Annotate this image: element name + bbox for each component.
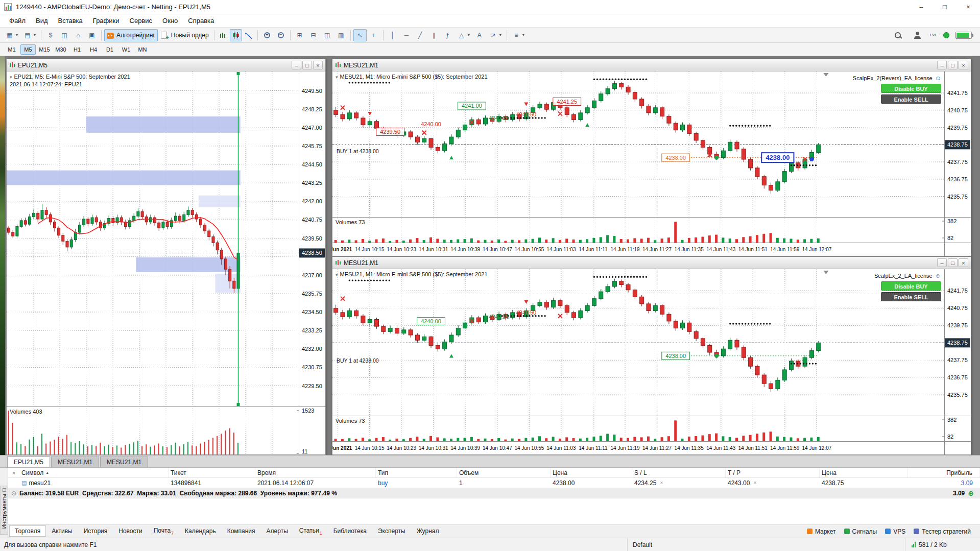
tile-windows-button[interactable]: ⊞ [293,29,306,41]
chart-close-button[interactable]: × [959,61,968,69]
close-window-button[interactable]: × [957,0,980,14]
menu-4[interactable]: Сервис [125,15,158,26]
navigator-button[interactable]: ⌂ [71,29,85,41]
chart-maximize-button[interactable]: □ [948,61,958,69]
toolbox-tab-0[interactable]: Торговля [9,525,46,537]
data-window-button[interactable]: ◫ [58,29,71,41]
toolbox-tab-11[interactable]: Журнал [411,525,445,537]
remove-tp-button[interactable]: × [753,480,756,486]
tile-horizontal-button[interactable]: ⊟ [307,29,320,41]
arrows-button[interactable]: ↗▾ [487,29,504,41]
trade-table-row[interactable]: ▤mesu211348968412021.06.14 12:06:07buy14… [8,478,980,488]
toolbox-tab-6[interactable]: Компания [222,525,261,537]
search-button[interactable] [891,29,904,41]
toolbox-tab-4[interactable]: Почта7 [148,525,179,537]
disable-buy-button[interactable]: Disable BUY [881,84,941,93]
account-button[interactable] [911,29,924,41]
market-watch-button[interactable]: $ [44,29,57,41]
signals-button[interactable]: Сигналы [844,528,877,535]
maximize-window-button[interactable]: □ [933,0,957,14]
line-chart-button[interactable] [243,29,255,41]
chart-window-titlebar[interactable]: MESU21,M1 – □ × [332,257,971,269]
menu-2[interactable]: Вставка [53,15,88,26]
tile-vertical-button[interactable]: ◫ [321,29,334,41]
menu-1[interactable]: Вид [31,15,53,26]
arrows-icon: ↗ [489,31,497,39]
zoom-out-button[interactable] [274,29,288,41]
chart-tab-1[interactable]: MESU21,M1 [51,457,99,467]
connection-status-icon[interactable] [943,32,949,38]
timeframe-d1-button[interactable]: D1 [102,44,117,55]
menu-3[interactable]: Графики [88,15,125,26]
vps-button[interactable]: VPS [885,528,905,535]
algo-trading-button[interactable]: Алготрейдинг [104,29,158,41]
svg-text:382: 382 [947,218,957,224]
channel-button[interactable]: ∥ [427,29,441,41]
shapes-button[interactable]: △▾ [455,29,472,41]
cascade-windows-button[interactable]: ▥ [334,29,348,41]
horizontal-line-button[interactable]: ─ [400,29,413,41]
toolbox-tab-5[interactable]: Календарь [179,525,222,537]
one-click-trading-toggle[interactable]: ▾ [10,74,12,81]
bar-chart-button[interactable] [217,29,229,41]
new-chart-button[interactable]: ▦▾ [3,29,20,41]
chart-window-titlebar[interactable]: MESU21,M1 – □ × [332,59,971,71]
timeframe-m5-button[interactable]: M5 [20,44,36,55]
chart-tab-2[interactable]: MESU21,M1 [100,457,148,467]
timeframe-w1-button[interactable]: W1 [118,44,134,55]
ea-status-smiley-icon[interactable]: ☺ [935,272,941,279]
chart-minimize-button[interactable]: – [292,61,301,69]
toolbox-tab-7[interactable]: Алерты [261,525,294,537]
toolbox-tab-3[interactable]: Новости [113,525,148,537]
chart-minimize-button[interactable]: – [937,258,947,267]
chart-maximize-button[interactable]: □ [302,61,312,69]
fibonacci-button[interactable]: ƒ [441,29,455,41]
text-label-button[interactable]: A [473,29,486,41]
chart-close-button[interactable]: × [313,61,323,69]
new-order-button[interactable]: Новый ордер [158,29,211,41]
toolbox-tab-2[interactable]: История [78,525,113,537]
menu-0[interactable]: Файл [4,15,31,26]
minimize-window-button[interactable]: – [910,0,933,14]
timeframe-m15-button[interactable]: M15 [37,44,52,55]
vertical-line-button[interactable]: │ [386,29,399,41]
menu-6[interactable]: Справка [183,15,219,26]
strategy-tester-button[interactable]: Тестер стратегий [914,528,971,535]
crosshair-button[interactable]: + [367,29,380,41]
toolbox-button[interactable]: ▣ [85,29,99,41]
remove-sl-button[interactable]: × [660,480,663,486]
one-click-trading-toggle[interactable]: ▾ [336,271,338,278]
disable-buy-button[interactable]: Disable BUY [881,281,941,291]
enable-sell-button[interactable]: Enable SELL [881,292,941,301]
chart-close-button[interactable]: × [959,258,968,267]
timeframe-mn-button[interactable]: MN [135,44,150,55]
toolbox-close-button[interactable]: × [8,470,19,476]
deposit-plus-icon[interactable]: ⊕ [968,489,974,497]
timeframe-m1-button[interactable]: M1 [4,44,19,55]
zoom-in-button[interactable] [260,29,274,41]
tools-vertical-tab[interactable]: Инструменты [0,486,8,535]
toolbox-tab-1[interactable]: Активы [46,525,78,537]
chart-window-titlebar[interactable]: EPU21,M5 – □ × [7,59,325,71]
timeframe-h1-button[interactable]: H1 [69,44,85,55]
timeframe-m30-button[interactable]: M30 [53,44,68,55]
chart-tab-0[interactable]: EPU21,M5 [7,457,50,467]
profiles-button[interactable]: ▤▾ [21,29,38,41]
toolbox-tab-9[interactable]: Библиотека [328,525,372,537]
toolbox-tab-10[interactable]: Эксперты [372,525,411,537]
status-profile[interactable]: Default [627,538,905,551]
chart-minimize-button[interactable]: – [937,61,947,69]
candlestick-chart-button[interactable] [230,29,242,41]
cursor-button[interactable]: ↖ [353,29,367,41]
market-button[interactable]: Маркет [807,528,836,535]
chart-maximize-button[interactable]: □ [948,258,958,267]
chart-canvas[interactable]: 4249.504248.254247.004245.754244.504243.… [7,71,325,454]
one-click-trading-toggle[interactable]: ▾ [336,74,338,81]
enable-sell-button[interactable]: Enable SELL [881,94,941,104]
more-objects-button[interactable]: ≡▾ [510,29,527,41]
toolbox-tab-8[interactable]: Статьи1 [294,525,328,537]
menu-5[interactable]: Окно [157,15,183,26]
ea-status-smiley-icon[interactable]: ☺ [935,75,941,82]
timeframe-h4-button[interactable]: H4 [86,44,101,55]
trendline-button[interactable]: ╱ [414,29,427,41]
